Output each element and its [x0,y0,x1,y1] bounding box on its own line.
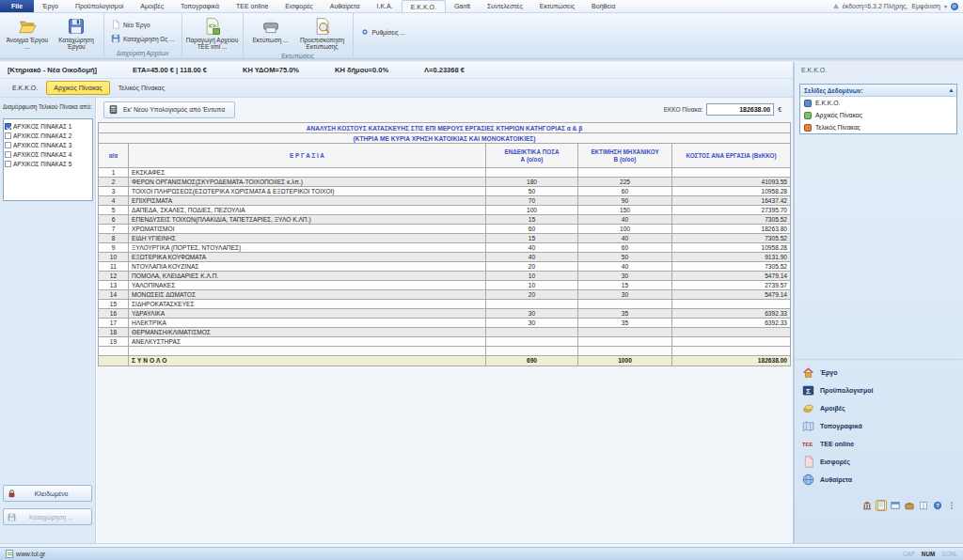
cell-b[interactable]: 60 [578,243,672,253]
cell-cost[interactable] [672,337,791,347]
cell-b[interactable] [578,328,672,337]
cell-num[interactable]: 13 [99,281,129,290]
save-project-button[interactable]: Καταχώρηση Έργου [52,15,101,52]
table-row[interactable]: 2ΦΕΡΩΝ ΟΡΓΑΝΙΣΜΟΣ(ΣΚΥΡΟΔΕΜΑΤΑ-ΤΟΙΧΟΠΟΙΙΕ… [99,178,791,187]
table-row[interactable]: 6ΕΠΕΝΔΥΣΕΙΣ ΤΟΙΧΩΝ(ΠΛΑΚΙΔΙΑ, ΤΑΠΕΤΣΑΡΙΕΣ… [99,215,791,225]
source-table-option[interactable]: ΑΡΧΙΚΟΣ ΠΙΝΑΚΑΣ 1 [5,121,91,131]
cell-cost[interactable]: 6392.33 [672,319,791,328]
cell-name[interactable]: ΕΙΔΗ ΥΓΙΕΙΝΗΣ [129,234,486,243]
cell-a[interactable]: 10 [486,281,578,290]
nav-item-sigma[interactable]: ΣΠροϋπολογισμοί [795,381,963,399]
cell-num[interactable]: 2 [99,178,129,187]
cell-cost[interactable]: 9131.90 [672,253,791,262]
cell-num[interactable]: 14 [99,290,129,300]
cell-a[interactable]: 70 [486,196,578,206]
briefcase-icon[interactable] [904,500,915,511]
data-page-item[interactable]: Αρχικός Πίνακας [800,109,956,121]
cell-a[interactable]: 20 [486,262,578,272]
commit-button[interactable]: Καταχώρηση ... [3,508,92,525]
nav-item-globe[interactable]: Αυθαίρετα [795,471,963,489]
cell-num[interactable]: 7 [99,225,129,234]
source-tables-list[interactable]: ΑΡΧΙΚΟΣ ΠΙΝΑΚΑΣ 1ΑΡΧΙΚΟΣ ΠΙΝΑΚΑΣ 2ΑΡΧΙΚΟ… [3,118,93,201]
cell-b[interactable]: 40 [578,215,672,225]
menu-tab[interactable]: Τοπογραφικά [172,0,228,12]
table-row[interactable]: 8ΕΙΔΗ ΥΓΙΕΙΝΗΣ15407305.52 [99,234,791,243]
open-project-button[interactable]: Άνοιγμα Έργου ... [3,15,52,52]
source-table-option[interactable]: ΑΡΧΙΚΟΣ ΠΙΝΑΚΑΣ 2 [5,131,91,140]
menu-tab[interactable]: Βοήθεια [583,0,624,12]
menu-tab[interactable]: Αμοιβές [132,0,172,12]
menu-tab[interactable]: Εισφορές [276,0,321,12]
table-row[interactable]: 7ΧΡΩΜΑΤΙΣΜΟΙ6010018263.80 [99,225,791,234]
cell-name[interactable]: ΝΤΟΥΛΑΠΙΑ ΚΟΥΖΙΝΑΣ [129,262,486,272]
cell-b[interactable]: 35 [578,319,672,328]
cell-cost[interactable]: 16437.42 [672,196,791,206]
cell-a[interactable]: 100 [486,206,578,215]
cell-b[interactable]: 90 [578,196,672,206]
cell-a[interactable]: 40 [486,243,578,253]
print-preview-button[interactable]: Προεπισκόπηση Εκτύπωσης [295,15,350,52]
cell-b[interactable]: 30 [578,272,672,281]
data-page-item[interactable]: Ε.Κ.Κ.Ο. [800,97,956,109]
cell-num[interactable]: 4 [99,196,129,206]
checkbox[interactable] [5,161,11,167]
cell-cost[interactable]: 27395.70 [672,206,791,215]
cell-name[interactable]: ΣΙΔΗΡΟΚΑΤΑΣΚΕΥΕΣ [129,300,486,309]
table-row[interactable]: 12ΠΟΜΟΛΑ, ΚΛΕΙΔΑΡΙΕΣ Κ.Λ.Π.10305479.14 [99,272,791,281]
table-row[interactable]: 15ΣΙΔΗΡΟΚΑΤΑΣΚΕΥΕΣ [99,300,791,309]
cell-name[interactable]: ΞΥΛΟΥΡΓΙΚΑ (ΠΟΡΤΕΣ, ΝΤΟΥΛΑΠΕΣ) [129,243,486,253]
bank-icon[interactable] [861,500,873,511]
cell-b[interactable] [578,300,672,309]
view-tab[interactable]: Ε.Κ.Κ.Ο. [6,82,44,94]
table-row[interactable]: 16ΥΔΡΑΥΛΙΚΑ30356392.33 [99,309,791,319]
cell-a[interactable]: 30 [486,309,578,319]
settings-button[interactable]: Ρυθμίσεις ... [356,26,409,38]
cell-num[interactable]: 9 [99,243,129,253]
table-row[interactable]: 9ΞΥΛΟΥΡΓΙΚΑ (ΠΟΡΤΕΣ, ΝΤΟΥΛΑΠΕΣ)406010958… [99,243,791,253]
display-menu[interactable]: Εμφάνιση [911,3,940,9]
cell-a[interactable]: 180 [486,178,578,187]
cell-b[interactable]: 225 [578,178,672,187]
new-project-button[interactable]: Νέο Έργο [107,19,179,30]
cell-a[interactable]: 40 [486,253,578,262]
nav-item-map[interactable]: Τοπογραφικά [795,417,963,435]
source-table-option[interactable]: ΑΡΧΙΚΟΣ ΠΙΝΑΚΑΣ 3 [5,140,91,149]
cell-cost[interactable]: 18263.80 [672,225,791,234]
cell-a[interactable]: 30 [486,319,578,328]
cell-b[interactable]: 35 [578,309,672,319]
cell-name[interactable]: ΦΕΡΩΝ ΟΡΓΑΝΙΣΜΟΣ(ΣΚΥΡΟΔΕΜΑΤΑ-ΤΟΙΧΟΠΟΙΙΕΣ… [129,178,486,187]
lock-button[interactable]: Κλειδωμένο [3,485,92,502]
view-tab[interactable]: Αρχικός Πίνακας [46,81,110,95]
cell-num[interactable]: 8 [99,234,129,243]
print-button[interactable]: Εκτύπωση ... [246,15,295,45]
cell-num[interactable]: 11 [99,262,129,272]
cell-b[interactable]: 40 [578,262,672,272]
cell-b[interactable]: 15 [578,281,672,290]
cell-cost[interactable]: 5479.14 [672,290,791,300]
cell-a[interactable]: 690 [486,355,578,366]
cell-a[interactable] [486,300,578,309]
cell-cost[interactable]: 7305.52 [672,234,791,243]
menu-tab[interactable]: Αυθαίρετα [322,0,369,12]
cell-cost[interactable]: 41093.55 [672,178,791,187]
table-row[interactable]: 1ΕΚΣΚΑΦΕΣ [99,168,791,178]
nav-item-home[interactable]: Έργο [795,364,963,381]
xml-export-button[interactable]: <> Παραγωγή Αρχείου ΤΕΕ xml ... [185,15,240,52]
checkbox[interactable] [5,132,11,139]
table-row[interactable]: 18ΘΕΡΜΑΝΣΗ/ΚΛΙΜΑΤΙΣΜΟΣ [99,328,791,337]
table-row[interactable]: 10ΕΞΩΤΕΡΙΚΑ ΚΟΥΦΩΜΑΤΑ40509131.90 [99,253,791,262]
cell-a[interactable]: 10 [486,272,578,281]
cell-name[interactable]: ΑΝΕΛΚΥΣΤΗΡΑΣ [129,337,486,347]
table-row[interactable]: 13ΥΑΛΟΠΙΝΑΚΕΣ10152739.57 [99,281,791,290]
cell-name[interactable]: ΤΟΙΧΟΙ ΠΛΗΡΩΣΕΩΣ(ΕΣΩΤΕΡΙΚΑ ΧΩΡΙΣΜΑΤΑ & Ε… [129,187,486,196]
cell-b[interactable]: 60 [578,187,672,196]
table-row[interactable]: 4ΕΠΙΧΡΙΣΜΑΤΑ709016437.42 [99,196,791,206]
help-globe-icon[interactable] [951,3,958,10]
menu-tab[interactable]: Προϋπολογισμοί [67,0,132,12]
cell-name[interactable]: ΔΑΠΕΔΑ, ΣΚΑΛΕΣ, ΠΟΔΙΕΣ, ΠΕΖΟΥΛΙΑ [129,206,486,215]
table-row[interactable]: 3ΤΟΙΧΟΙ ΠΛΗΡΩΣΕΩΣ(ΕΣΩΤΕΡΙΚΑ ΧΩΡΙΣΜΑΤΑ & … [99,187,791,196]
cell-cost[interactable]: 10958.28 [672,187,791,196]
more-icon[interactable] [946,500,957,511]
cell-cost[interactable]: 10958.28 [672,243,791,253]
cell-name[interactable]: ΣΥΝΟΛΟ [129,355,486,366]
